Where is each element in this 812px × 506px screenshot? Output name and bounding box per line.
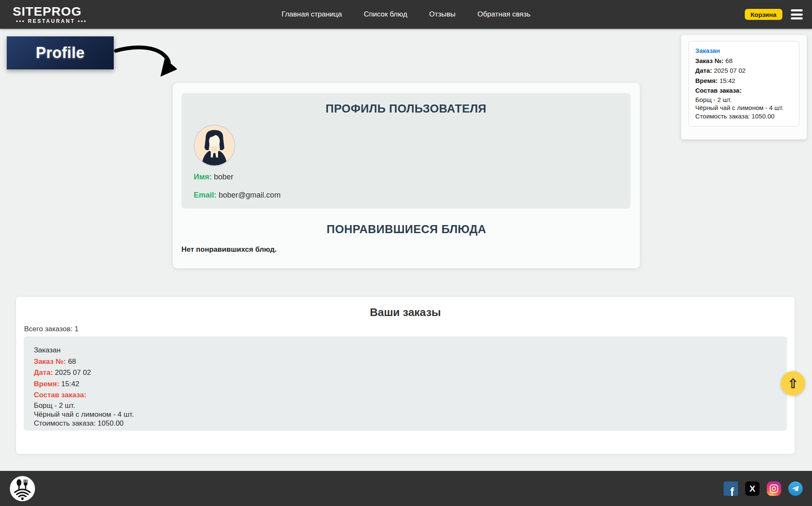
order-item: Борщ - 2 шт. bbox=[34, 401, 777, 410]
footer: f X bbox=[0, 471, 812, 506]
order-date-label: Дата: bbox=[695, 67, 712, 74]
order-summary-sidebar-card: Заказан Заказ №: 68 Дата: 2025 07 02 Вре… bbox=[681, 35, 807, 140]
scroll-to-top-button[interactable]: ⇧ bbox=[781, 371, 805, 396]
name-value: bober bbox=[214, 173, 233, 181]
order-date-value: 2025 07 02 bbox=[55, 368, 91, 377]
cart-button[interactable]: Корзина bbox=[745, 9, 782, 20]
order-number-row: Заказ №: 68 bbox=[695, 56, 793, 66]
up-arrow-icon: ⇧ bbox=[787, 376, 798, 391]
order-number-value: 68 bbox=[68, 358, 76, 366]
order-time-value: 15:42 bbox=[61, 380, 80, 388]
nav-item-reviews[interactable]: Отзывы bbox=[429, 10, 455, 19]
email-label: Email: bbox=[194, 191, 217, 199]
order-summary-panel: Заказан Заказ №: 68 Дата: 2025 07 02 Вре… bbox=[689, 41, 799, 126]
instagram-icon[interactable] bbox=[767, 481, 781, 496]
facebook-icon[interactable]: f bbox=[724, 481, 738, 496]
order-time-row: Время: 15:42 bbox=[695, 76, 793, 86]
order-time-value: 15:42 bbox=[719, 77, 735, 84]
orders-section-title: Ваши заказы bbox=[16, 297, 795, 319]
order-number-label: Заказ №: bbox=[34, 358, 66, 366]
order-date-row: Дата: 2025 07 02 bbox=[34, 367, 777, 379]
instagram-camera-lens bbox=[772, 487, 776, 491]
site-logo-title: SITEPROG bbox=[13, 5, 87, 18]
order-item: Чёрный чай с лимоном - 4 шт. bbox=[34, 410, 777, 419]
nav-item-dishes[interactable]: Список блюд bbox=[364, 10, 407, 19]
order-item: Борщ - 2 шт. bbox=[695, 96, 793, 104]
profile-email-row: Email: bober@gmail.com bbox=[194, 191, 280, 200]
order-date-label: Дата: bbox=[34, 368, 53, 377]
woman-avatar-icon bbox=[194, 125, 235, 166]
nav-item-feedback[interactable]: Обратная связь bbox=[477, 10, 530, 19]
social-links: f X bbox=[724, 481, 803, 496]
your-orders-section: Ваши заказы Всего заказов: 1 Заказан Зак… bbox=[16, 297, 795, 454]
hamburger-bar bbox=[791, 14, 803, 16]
user-profile-info-panel: ПРОФИЛЬ ПОЛЬЗОВАТЕЛЯ Имя: bober Email: b… bbox=[181, 93, 631, 209]
top-navigation-bar: SITEPROG ••• RESTAURANT ••• Главная стра… bbox=[0, 0, 812, 29]
order-time-row: Время: 15:42 bbox=[34, 379, 777, 390]
order-total: Стоимость заказа: 1050.00 bbox=[695, 112, 793, 121]
order-time-label: Время: bbox=[695, 77, 718, 84]
facebook-f-glyph: f bbox=[730, 486, 734, 496]
profile-name-row: Имя: bober bbox=[194, 173, 233, 182]
telegram-plane-glyph bbox=[791, 484, 800, 493]
profile-annotation-badge: Profile bbox=[7, 36, 114, 69]
orders-total-count: Всего заказов: 1 bbox=[24, 325, 79, 333]
order-number-label: Заказ №: bbox=[695, 57, 724, 64]
order-item: Чёрный чай с лимоном - 4 шт. bbox=[695, 104, 793, 112]
main-nav: Главная страница Список блюд Отзывы Обра… bbox=[282, 10, 531, 19]
site-logo[interactable]: SITEPROG ••• RESTAURANT ••• bbox=[13, 5, 87, 24]
user-profile-card: ПРОФИЛЬ ПОЛЬЗОВАТЕЛЯ Имя: bober Email: b… bbox=[173, 83, 640, 268]
site-logo-subtitle: ••• RESTAURANT ••• bbox=[16, 18, 87, 24]
telegram-icon[interactable] bbox=[788, 481, 803, 496]
order-total: Стоимость заказа: 1050.00 bbox=[34, 419, 777, 428]
nav-item-home[interactable]: Главная страница bbox=[282, 10, 342, 19]
x-glyph: X bbox=[749, 484, 755, 494]
order-number-row: Заказ №: 68 bbox=[34, 356, 777, 368]
restaurant-wifi-logo-icon[interactable] bbox=[9, 476, 36, 502]
hamburger-menu-icon[interactable] bbox=[791, 9, 803, 19]
profile-title: ПРОФИЛЬ ПОЛЬЗОВАТЕЛЯ bbox=[181, 93, 631, 116]
order-date-value: 2025 07 02 bbox=[714, 67, 746, 74]
order-items-label: Состав заказа: bbox=[695, 85, 793, 96]
order-number-value: 68 bbox=[725, 57, 732, 64]
hamburger-bar bbox=[791, 9, 803, 11]
order-date-row: Дата: 2025 07 02 bbox=[695, 66, 793, 76]
header-right-group: Корзина bbox=[745, 9, 803, 20]
order-status: Заказан bbox=[695, 46, 793, 56]
email-value: bober@gmail.com bbox=[219, 191, 280, 199]
x-icon[interactable]: X bbox=[745, 481, 760, 496]
hamburger-bar bbox=[791, 17, 803, 19]
liked-dishes-title: ПОНРАВИВШИЕСЯ БЛЮДА bbox=[173, 223, 640, 236]
name-label: Имя: bbox=[194, 173, 212, 181]
order-items-label: Состав заказа: bbox=[34, 390, 777, 401]
order-list-item: Заказан Заказ №: 68 Дата: 2025 07 02 Вре… bbox=[24, 336, 787, 431]
annotation-arrow bbox=[113, 42, 177, 81]
order-status: Заказан bbox=[34, 345, 777, 356]
liked-dishes-empty-text: Нет понравившихся блюд. bbox=[181, 245, 277, 254]
order-time-label: Время: bbox=[34, 380, 59, 388]
